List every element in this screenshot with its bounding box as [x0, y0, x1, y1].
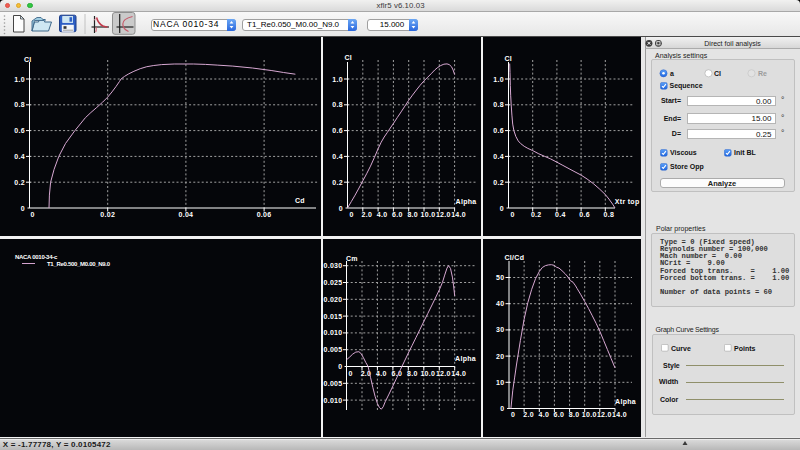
svg-text:0.04: 0.04	[178, 211, 193, 218]
svg-text:0.2: 0.2	[530, 211, 541, 218]
svg-text:4.0: 4.0	[377, 211, 388, 218]
svg-text:0.025: 0.025	[323, 279, 342, 286]
svg-text:0.010: 0.010	[323, 329, 342, 336]
svg-text:4.0: 4.0	[538, 411, 549, 418]
svg-text:8.0: 8.0	[407, 211, 418, 218]
svg-text:Alpha: Alpha	[455, 355, 476, 363]
svg-text:Alpha: Alpha	[615, 398, 636, 406]
svg-text:40: 40	[496, 300, 504, 307]
svg-text:1.0: 1.0	[493, 76, 504, 83]
svg-text:1.0: 1.0	[14, 76, 25, 83]
svg-text:10.0: 10.0	[420, 370, 435, 377]
svg-text:0: 0	[21, 205, 25, 212]
svg-text:Cl: Cl	[504, 55, 512, 62]
svg-text:0.2: 0.2	[332, 179, 343, 186]
svg-text:6.0: 6.0	[392, 211, 403, 218]
svg-text:Cl: Cl	[24, 56, 32, 63]
svg-text:Xtr top: Xtr top	[614, 198, 639, 206]
svg-text:0.8: 0.8	[14, 101, 25, 108]
svg-text:2.0: 2.0	[361, 211, 372, 218]
svg-text:0.020: 0.020	[323, 296, 342, 303]
svg-text:Cl/Cd: Cl/Cd	[504, 254, 524, 261]
svg-text:0.005: 0.005	[323, 380, 342, 387]
svg-text:8.0: 8.0	[568, 411, 579, 418]
svg-text:0: 0	[499, 205, 503, 212]
svg-text:0: 0	[339, 205, 343, 212]
svg-text:0: 0	[350, 211, 354, 218]
svg-text:2.0: 2.0	[523, 411, 534, 418]
svg-text:Cm: Cm	[346, 255, 358, 262]
svg-text:0.6: 0.6	[332, 127, 343, 134]
svg-text:1.0: 1.0	[332, 76, 343, 83]
svg-text:0.8: 0.8	[332, 101, 343, 108]
svg-text:0.015: 0.015	[323, 313, 342, 320]
svg-text:0.06: 0.06	[257, 211, 272, 218]
svg-text:0: 0	[349, 370, 353, 377]
svg-text:4.0: 4.0	[376, 370, 387, 377]
svg-text:10: 10	[496, 379, 504, 386]
svg-text:0.4: 0.4	[493, 153, 504, 160]
svg-text:0.4: 0.4	[332, 153, 343, 160]
svg-text:10.0: 10.0	[421, 211, 436, 218]
svg-text:0: 0	[31, 211, 35, 218]
svg-text:0.005: 0.005	[323, 346, 342, 353]
svg-text:30: 30	[496, 326, 504, 333]
svg-text:0.6: 0.6	[14, 127, 25, 134]
svg-text:0.4: 0.4	[555, 211, 566, 218]
svg-text:50: 50	[496, 274, 504, 281]
svg-text:0: 0	[511, 411, 515, 418]
svg-text:0.030: 0.030	[323, 262, 342, 269]
svg-text:12.0: 12.0	[436, 211, 451, 218]
svg-text:0.4: 0.4	[14, 153, 25, 160]
svg-text:14.0: 14.0	[612, 411, 627, 418]
svg-text:0.2: 0.2	[14, 179, 25, 186]
svg-text:6.0: 6.0	[392, 370, 403, 377]
svg-text:8.0: 8.0	[407, 370, 418, 377]
svg-text:0.2: 0.2	[493, 179, 504, 186]
svg-text:0.6: 0.6	[493, 127, 504, 134]
svg-text:0.02: 0.02	[100, 211, 115, 218]
svg-text:14.0: 14.0	[451, 211, 466, 218]
svg-text:14.0: 14.0	[451, 370, 466, 377]
svg-text:12.0: 12.0	[596, 411, 611, 418]
svg-text:0: 0	[500, 405, 504, 412]
svg-text:0: 0	[510, 211, 514, 218]
svg-text:0: 0	[338, 363, 342, 370]
svg-text:0.8: 0.8	[603, 211, 614, 218]
svg-text:10.0: 10.0	[581, 411, 596, 418]
svg-text:0.8: 0.8	[493, 101, 504, 108]
svg-text:20: 20	[496, 353, 504, 360]
svg-text:Cl: Cl	[345, 54, 353, 61]
svg-text:6.0: 6.0	[553, 411, 564, 418]
svg-text:12.0: 12.0	[436, 370, 451, 377]
svg-text:0.010: 0.010	[323, 397, 342, 404]
svg-text:Alpha: Alpha	[456, 198, 477, 206]
svg-text:0.6: 0.6	[579, 211, 590, 218]
svg-text:Cd: Cd	[295, 197, 305, 204]
